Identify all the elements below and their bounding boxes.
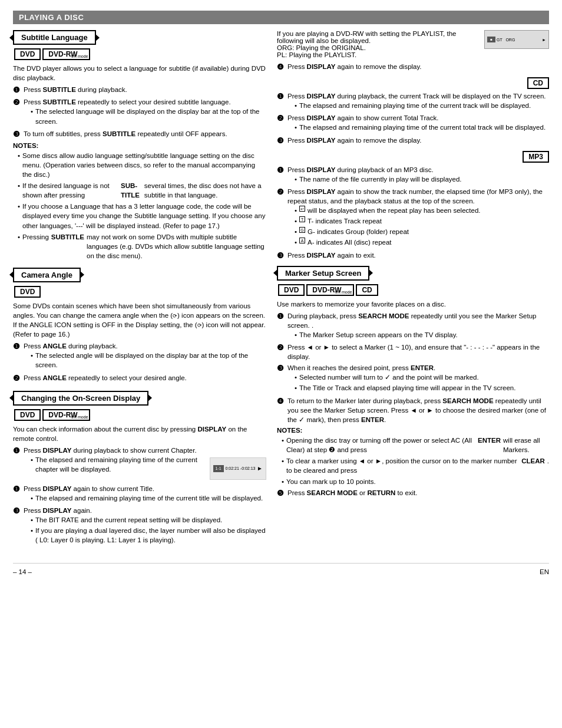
mp3-step1-bullet: The name of the file currently in play w… — [295, 174, 549, 184]
marker-step3-bullet1: Selected number will turn to ✓ and the p… — [295, 373, 549, 382]
marker-step1-bullet: The Marker Setup screen appears on the T… — [295, 330, 549, 340]
page-header: PLAYING A DISC — [13, 11, 549, 24]
marker-step3: ❸ When it reaches the desired point, pre… — [277, 363, 549, 394]
onscreen-step1-bullet: The elapsed and remaining playing time o… — [31, 455, 204, 474]
onscreen-step3-bullet1: The BIT RATE and the current repeat sett… — [31, 515, 266, 525]
subtitle-badges: DVD DVD-RWVR mode — [14, 48, 266, 60]
marker-note1: Opening the disc tray or turning off the… — [282, 436, 549, 454]
onscreen-step2-bullet: The elapsed and remaining playing time o… — [31, 493, 266, 503]
mp3-step2-bullet1: ↩ will be displayed when the repeat play… — [295, 206, 549, 215]
camera-angle-title: Camera Angle — [13, 268, 81, 282]
org-label: ORG: Playing the ORIGINAL. — [277, 44, 478, 51]
badge-dvd-onscreen: DVD — [14, 409, 41, 421]
marker-step4: ❹ To return to the Marker later during p… — [277, 396, 549, 424]
subtitle-note3: If you choose a Language that has a 3 le… — [18, 202, 266, 230]
marker-step5: ❺ Press SEARCH MODE or RETURN to exit. — [277, 488, 549, 499]
cd-step2: ❷ Press DISPLAY again to show current To… — [277, 113, 549, 133]
subtitle-note2: If the desired language is not shown aft… — [18, 181, 266, 200]
display-image-chapter: 1-1 0:02:21 -0:02:13 ► — [210, 457, 267, 480]
mp3-step2-bullet3: G G- indicates Group (folder) repeat — [295, 227, 549, 236]
page-footer: – 14 – EN — [13, 563, 549, 575]
cd-step2-bullet: The elapsed and remaining playing time o… — [295, 123, 549, 132]
cd-step1: ❶ Press DISPLAY during playback, the cur… — [277, 91, 549, 111]
marker-intro: Use markers to memorize your favorite pl… — [277, 299, 549, 309]
marker-note3: You can mark up to 10 points. — [282, 477, 549, 486]
badge-dvd-camera: DVD — [14, 286, 41, 298]
badge-dvdrw-marker: DVD-RWVR mode — [306, 284, 354, 296]
badge-cd-marker: CD — [356, 284, 378, 296]
cd-step3: ❸ Press DISPLAY again to remove the disp… — [277, 136, 549, 146]
pl-label: PL: Playing the PLAYLIST. — [277, 51, 478, 58]
right-column: If you are playing a DVD-RW with setting… — [277, 30, 549, 554]
onscreen-badges: DVD DVD-RWVR mode — [14, 409, 266, 421]
camera-angle-section: Camera Angle DVD Some DVDs contain scene… — [13, 268, 266, 384]
subtitle-step2: ❷ Press SUBTITLE repeatedly to select yo… — [13, 97, 266, 127]
camera-step1: ❶ Press ANGLE during playback. The selec… — [13, 341, 266, 371]
camera-angle-intro: Some DVDs contain scenes which have been… — [13, 301, 266, 339]
marker-note2: To clear a marker using ◄ or ►, position… — [282, 456, 549, 475]
onscreen-display-section: Changing the On-Screen Display DVD DVD-R… — [13, 391, 266, 546]
cd-step1-bullet: The elapsed and remaining playing time o… — [295, 101, 549, 110]
display-image-dvdrw: ■ GT ORG ► — [484, 30, 549, 49]
marker-setup-section: Marker Setup Screen DVD DVD-RWVR mode CD… — [277, 266, 549, 499]
mp3-section: MP3 ❶ Press DISPLAY during playback of a… — [277, 151, 549, 261]
onscreen-intro: You can check information about the curr… — [13, 424, 266, 443]
badge-cd: CD — [527, 77, 549, 89]
dvdrw-step4: ❹ Press DISPLAY again to remove the disp… — [277, 62, 549, 73]
camera-step2: ❷ Press ANGLE repeatedly to select your … — [13, 373, 266, 384]
marker-step2: ❷ Press ◄ or ► to select a Marker (1 ~ 1… — [277, 342, 549, 361]
mp3-step2-bullet2: T T- indicates Track repeat — [295, 216, 549, 226]
onscreen-step3: ❸ Press DISPLAY again. The BIT RATE and … — [13, 506, 266, 546]
onscreen-display-title: Changing the On-Screen Display — [13, 391, 148, 406]
dvdrw-playlist-block: If you are playing a DVD-RW with setting… — [277, 30, 549, 58]
marker-setup-title: Marker Setup Screen — [277, 266, 369, 281]
marker-badges: DVD DVD-RWVR mode CD — [278, 284, 549, 296]
badge-dvdrw-onscreen: DVD-RWVR mode — [42, 409, 90, 421]
left-column: Subtitle Language DVD DVD-RWVR mode The … — [13, 30, 266, 554]
onscreen-step3-bullet2: If you are playing a dual layered disc, … — [31, 526, 266, 545]
subtitle-step2-bullet1: The selected language will be displayed … — [31, 107, 266, 126]
subtitle-step3: ❸ To turn off subtitles, press SUBTITLE … — [13, 129, 266, 140]
marker-notes-title: NOTES: — [277, 427, 549, 434]
subtitle-language-section: Subtitle Language DVD DVD-RWVR mode The … — [13, 30, 266, 261]
badge-dvd: DVD — [14, 48, 41, 60]
subtitle-step1: ❶ Press SUBTITLE during playback. — [13, 85, 266, 95]
camera-step1-bullet: The selected angle will be displayed on … — [31, 351, 266, 370]
onscreen-step1: ❶ Press DISPLAY during playback to show … — [13, 446, 266, 482]
cd-section: CD ❶ Press DISPLAY during playback, the … — [277, 77, 549, 146]
onscreen-step2: ❶ Press DISPLAY again to show current Ti… — [13, 484, 266, 504]
badge-dvdrw: DVD-RWVR mode — [42, 48, 90, 60]
mp3-step3: ❸ Press DISPLAY again to exit. — [277, 251, 549, 261]
mp3-step2: ❷ Press DISPLAY again to show the track … — [277, 187, 549, 249]
page-language: EN — [540, 568, 549, 575]
badge-dvd-marker: DVD — [278, 284, 305, 296]
page-number: – 14 – — [13, 568, 32, 575]
page-wrapper: PLAYING A DISC Subtitle Language DVD DVD… — [13, 11, 549, 575]
mp3-step1: ❶ Press DISPLAY during playback of an MP… — [277, 165, 549, 185]
badge-mp3: MP3 — [523, 151, 549, 163]
marker-step1: ❶ During playback, press SEARCH MODE rep… — [277, 311, 549, 341]
subtitle-language-title: Subtitle Language — [13, 30, 96, 45]
camera-angle-badges: DVD — [14, 286, 266, 298]
subtitle-note1: Some discs allow audio language setting/… — [18, 151, 266, 179]
mp3-step2-bullet4: A A- indicates All (disc) repeat — [295, 238, 549, 247]
marker-step3-bullet2: The Title or Track and elapsed playing t… — [295, 383, 549, 393]
dvdrw-intro: If you are playing a DVD-RW with setting… — [277, 30, 478, 44]
subtitle-note4: Pressing SUBTITLE may not work on some D… — [18, 232, 266, 261]
subtitle-intro: The DVD player allows you to select a la… — [13, 64, 266, 83]
page-header-title: PLAYING A DISC — [19, 13, 84, 22]
subtitle-notes-title: NOTES: — [13, 142, 266, 149]
